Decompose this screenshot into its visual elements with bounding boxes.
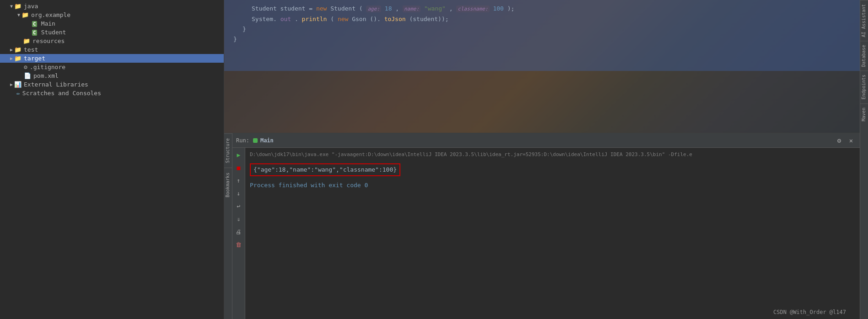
code-new: new <box>316 5 330 12</box>
tree-item-java[interactable]: ▼ 📁 java <box>0 2 224 11</box>
run-command-line: D:\down\jdk17\bin\java.exe "-javaagent:D… <box>250 151 855 159</box>
bookmarks-tab[interactable]: Bookmarks <box>224 168 232 202</box>
code-new2: new <box>338 16 352 22</box>
code-line-2: System. out . println ( new Gson (). toJ… <box>233 14 851 24</box>
code-paren2: (). <box>370 16 380 22</box>
code-close-brace: } <box>243 26 246 32</box>
chevron-icon: ▶ <box>10 82 13 87</box>
tree-label: test <box>24 46 38 53</box>
run-json-output: {"age":18,"name":"wang","classname":100} <box>250 163 400 176</box>
endpoints-tab[interactable]: Endpoints <box>860 70 868 103</box>
tree-item-main[interactable]: C Main <box>0 19 224 28</box>
folder-icon: 📁 <box>23 38 30 44</box>
run-panel: Structure Bookmarks Run: Main ⚙ ✕ ▶ ■ ↑ … <box>224 133 860 319</box>
settings-button[interactable]: ⚙ <box>834 135 844 146</box>
code-paren: ( <box>330 16 334 22</box>
code-close-paren: ); <box>507 5 515 12</box>
run-play-button[interactable]: ▶ <box>234 150 244 160</box>
code-age-val: 18 <box>385 5 392 12</box>
code-paren3: (student)); <box>409 16 448 22</box>
code-student-type: Student <box>330 5 356 12</box>
code-param-age: age: <box>366 5 381 12</box>
run-scroll-down-button[interactable]: ↓ <box>234 188 244 198</box>
code-tojson: toJson <box>384 16 406 22</box>
chevron-icon: ▼ <box>10 4 13 9</box>
tree-item-scratches[interactable]: ✏ Scratches and Consoles <box>0 89 224 97</box>
code-close-brace2: } <box>233 36 237 43</box>
tree-item-pom-xml[interactable]: 📄 pom.xml <box>0 71 224 80</box>
run-scroll-up-button[interactable]: ↑ <box>234 175 244 185</box>
watermark: CSDN @With_Order @l147 <box>773 309 846 315</box>
code-out: out <box>280 16 291 22</box>
folder-icon: 📁 <box>14 3 22 10</box>
tree-item-external-libs[interactable]: ▶ 📊 External Libraries <box>0 80 224 89</box>
project-tree: ▼ 📁 java ▼ 📁 org.example C Main C Studen… <box>0 0 224 319</box>
tree-label: Main <box>41 20 55 27</box>
tree-label: External Libraries <box>24 81 88 88</box>
run-output-area: D:\down\jdk17\bin\java.exe "-javaagent:D… <box>245 148 860 319</box>
tree-label: pom.xml <box>33 72 59 79</box>
code-line-4: } <box>233 34 851 44</box>
tree-item-gitignore[interactable]: ⚙ .gitignore <box>0 63 224 71</box>
code-comma: , <box>395 5 403 12</box>
chevron-icon: ▶ <box>10 56 13 61</box>
tree-label: Scratches and Consoles <box>22 90 101 97</box>
tree-label: Student <box>41 29 66 36</box>
code-system: System. <box>252 16 277 22</box>
folder-orange-icon: 📁 <box>14 55 22 62</box>
tree-label: target <box>24 55 45 62</box>
code-comma2: , <box>449 5 457 12</box>
tree-label: java <box>24 3 38 10</box>
run-exit-message: Process finished with exit code 0 <box>250 181 855 190</box>
right-side-panels: AI Assistant Database Endpoints Maven <box>860 0 868 319</box>
xml-file-icon: 📄 <box>24 72 31 79</box>
tree-item-org-example[interactable]: ▼ 📁 org.example <box>0 11 224 19</box>
code-println: println <box>302 16 327 22</box>
run-json-wrapper: {"age":18,"name":"wang","classname":100} <box>250 162 855 178</box>
editor-gray-area <box>224 71 860 133</box>
run-scroll-end-button[interactable]: ⇓ <box>234 214 244 224</box>
code-line-1: Student student = new Student ( age: 18 … <box>233 4 851 14</box>
tree-label: .gitignore <box>30 64 65 70</box>
tree-label: resources <box>32 38 65 44</box>
tree-item-student[interactable]: C Student <box>0 28 224 37</box>
c-class-icon: C <box>32 29 37 36</box>
maven-tab[interactable]: Maven <box>860 103 868 125</box>
code-param-classname: classname: <box>456 5 489 12</box>
code-type: Student student <box>252 5 309 12</box>
run-side-buttons: ▶ ■ ↑ ↓ ↩ ⇓ 🖨 🗑 <box>232 148 245 319</box>
code-line-3: } <box>233 24 851 34</box>
folder-icon: 📁 <box>22 11 29 18</box>
run-toolbar: Run: Main ⚙ ✕ <box>232 133 860 148</box>
c-class-icon: C <box>32 20 37 27</box>
editor-code-area: Student student = new Student ( age: 18 … <box>224 0 860 71</box>
run-status-indicator <box>253 138 258 143</box>
database-tab[interactable]: Database <box>860 41 868 70</box>
code-dot: . <box>295 16 298 22</box>
editor-section: Student student = new Student ( age: 18 … <box>224 0 860 133</box>
code-brace: ( <box>359 5 367 12</box>
tree-item-test[interactable]: ▶ 📁 test <box>0 45 224 54</box>
project-sidebar: ▼ 📁 java ▼ 📁 org.example C Main C Studen… <box>0 0 224 319</box>
run-clear-button[interactable]: 🗑 <box>234 239 244 249</box>
tree-item-target[interactable]: ▶ 📁 target <box>0 54 224 63</box>
chevron-icon: ▼ <box>17 12 20 17</box>
ai-assistant-tab[interactable]: AI Assistant <box>860 0 868 41</box>
structure-tab[interactable]: Structure <box>224 133 232 168</box>
bottom-left-tabs: Structure Bookmarks <box>224 133 232 319</box>
code-classname-val: 100 <box>493 5 503 12</box>
folder-icon: 📁 <box>14 46 22 53</box>
run-stop-button[interactable]: ■ <box>234 162 244 173</box>
chevron-icon: ▶ <box>10 47 13 52</box>
ext-lib-icon: 📊 <box>14 81 22 88</box>
run-soft-wrap-button[interactable]: ↩ <box>234 201 244 211</box>
run-label: Run: <box>236 137 249 144</box>
code-name-val: "wang" <box>424 5 446 12</box>
tree-item-resources[interactable]: 📁 resources <box>0 37 224 45</box>
code-param-name: name: <box>403 5 421 12</box>
bottom-panel-inner: Run: Main ⚙ ✕ ▶ ■ ↑ ↓ ↩ ⇓ 🖨 🗑 <box>232 133 860 319</box>
code-equals: = <box>309 5 316 12</box>
run-settings-button[interactable]: 🖨 <box>234 227 244 237</box>
close-run-button[interactable]: ✕ <box>846 135 856 146</box>
git-file-icon: ⚙ <box>24 64 27 70</box>
